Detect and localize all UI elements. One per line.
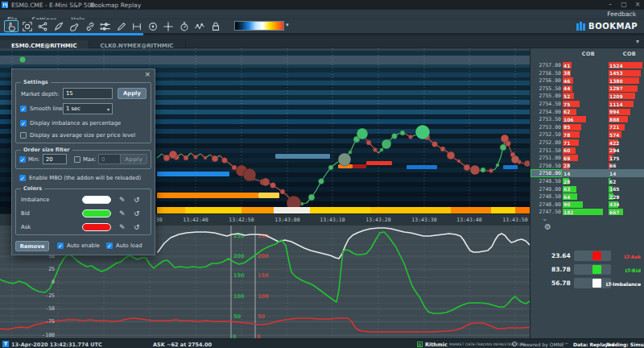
min-label: Min: [28, 156, 39, 163]
menubar: FileSettingsHelp Feedback [0, 10, 644, 19]
crosshair-tool-icon[interactable] [161, 20, 175, 32]
reset-icon[interactable]: ↺ [134, 223, 140, 231]
cumulative-size: 1380 [609, 78, 623, 84]
max-checkbox[interactable] [74, 156, 80, 163]
auto-load-checkbox[interactable]: ✓ [106, 242, 113, 249]
reset-icon[interactable]: ↺ [134, 196, 140, 204]
ladder-row[interactable]: 2754.50751114 [530, 100, 644, 108]
time-tick-label: 13:42:50 [224, 217, 259, 223]
ladder-price: 2755.00 [530, 93, 561, 99]
status-last-trade: ASK ~62 at 2754.00 [153, 342, 212, 348]
lock-tool-icon[interactable] [208, 20, 223, 32]
omne-logo-icon [512, 342, 517, 346]
cvd-segment [451, 207, 491, 213]
cumulative-size: 1114 [609, 102, 623, 107]
auto-enable-checkbox[interactable]: ✓ [57, 242, 64, 249]
ladder-row[interactable]: 2757.00411524 [530, 61, 644, 69]
ladder-row[interactable]: 2751.5060294 [530, 147, 644, 155]
volume-filter-sliders-icon[interactable] [98, 20, 113, 32]
ladder-row[interactable]: 2752.0071422 [530, 139, 644, 147]
quill-tool-icon[interactable] [52, 20, 66, 32]
measure-tool-icon[interactable] [130, 20, 144, 32]
ladder-price: 2753.00 [530, 124, 561, 130]
pencil-icon[interactable]: ✎ [119, 209, 126, 218]
chevron-down-icon[interactable]: ⌄ [542, 214, 548, 222]
cvd-segment [242, 207, 274, 213]
ladder-row[interactable]: 2753.50106888 [530, 115, 644, 123]
svg-text:50: 50 [258, 313, 266, 320]
ladder-row[interactable]: 2754.0062994 [530, 108, 644, 116]
pencil-tool-icon[interactable] [114, 20, 129, 32]
gear-icon[interactable]: ⚙ [544, 222, 551, 231]
viewfinder-tool-icon[interactable] [20, 20, 35, 32]
cob-header-2[interactable]: COB [615, 51, 644, 57]
smooth-lines-select[interactable]: 1 sec▾ [63, 103, 113, 114]
time-tick-label: 13:42:40 [178, 217, 213, 223]
cvd-segment [274, 207, 310, 213]
minimize-button[interactable]: – [604, 0, 617, 9]
draw-tool-icon[interactable] [67, 20, 81, 32]
menu-feedback[interactable]: Feedback [607, 10, 636, 18]
market-depth-input[interactable]: 15 [63, 88, 113, 99]
display-average-label: Display as average size per price level [30, 132, 135, 139]
cvd-segment [491, 207, 515, 213]
close-icon[interactable]: × [144, 71, 151, 78]
chevron-down-icon[interactable]: ▾ [636, 38, 639, 45]
depth-size: 60 [564, 147, 570, 153]
ladder-row[interactable]: 2751.0069175 [530, 154, 644, 162]
pencil-icon[interactable]: ✎ [119, 196, 126, 204]
cumulative-size: 721 [609, 124, 620, 130]
close-button[interactable]: × [631, 0, 644, 9]
pencil-icon[interactable]: ✎ [119, 223, 126, 231]
time-tick-label: 13:43:20 [361, 217, 396, 223]
hand-tool-icon[interactable] [4, 20, 19, 32]
maximize-button[interactable]: ▢ [617, 0, 630, 9]
remove-button[interactable]: Remove [15, 241, 49, 251]
cumulative-size: 434 [609, 201, 620, 207]
ladder-row[interactable]: 2755.00521209 [530, 92, 644, 100]
min-checkbox[interactable]: ✓ [19, 156, 26, 163]
cumulative-size: 888 [609, 117, 620, 122]
ladder-row[interactable]: 2748.5064229 [530, 193, 644, 201]
reset-icon[interactable]: ↺ [134, 209, 140, 218]
enable-mbo-checkbox[interactable]: ✓ [19, 175, 26, 181]
color-row-label: Bid [21, 210, 30, 217]
auto-load-label: Auto load [116, 242, 142, 249]
share-tool-icon[interactable] [35, 20, 50, 32]
depth-size: 75 [564, 102, 570, 107]
ladder-row[interactable]: 2752.5078574 [530, 130, 644, 139]
ladder-row[interactable]: 2755.50441297 [530, 85, 644, 93]
colormap-dropdown[interactable] [234, 21, 284, 31]
bookmap-logo-icon [576, 19, 586, 34]
subchart-axis-label: 25 [35, 266, 55, 272]
cob-header-1[interactable]: COB [572, 51, 605, 57]
ladder-row[interactable]: 2756.50381453 [530, 69, 644, 77]
ladder-row[interactable]: 2748.0090434 [530, 201, 644, 209]
ladder-row[interactable]: 2749.0063165 [530, 185, 644, 193]
display-average-checkbox[interactable] [20, 132, 27, 139]
bookmap-logo: BOOKMAP [576, 20, 638, 32]
color-swatch[interactable] [82, 223, 111, 231]
cvd-segment [157, 207, 185, 213]
orders-tool-icon[interactable] [146, 20, 160, 32]
max-input[interactable]: 0 [98, 154, 121, 164]
ladder-row[interactable]: 2753.0085721 [530, 123, 644, 131]
smooth-lines-checkbox[interactable]: ✓ [20, 106, 27, 112]
subchart-axis-label: 0 [35, 279, 55, 285]
chevron-down-icon[interactable]: ▾ [286, 22, 289, 28]
time-tick-label: 13:43:50 [497, 217, 533, 223]
cumulative-size: 165 [609, 186, 620, 192]
activity-tool-icon[interactable] [192, 20, 207, 32]
min-input[interactable]: 20 [43, 154, 67, 164]
ladder-row[interactable]: 2756.00461380 [530, 77, 644, 85]
time-tick-label: 13:43:30 [407, 217, 442, 223]
color-swatch[interactable] [82, 196, 111, 204]
display-imbalance-checkbox[interactable]: ✓ [20, 120, 27, 126]
apply-filter-button[interactable]: Apply [120, 154, 147, 164]
ladder-row[interactable]: 2749.502862 [530, 177, 644, 185]
powered-by: Powered by OMNE™ [520, 342, 569, 347]
apply-button[interactable]: Apply [118, 88, 147, 99]
link-tool-icon[interactable] [83, 20, 97, 32]
color-swatch[interactable] [82, 209, 111, 218]
timer-tool-icon[interactable] [177, 20, 192, 32]
